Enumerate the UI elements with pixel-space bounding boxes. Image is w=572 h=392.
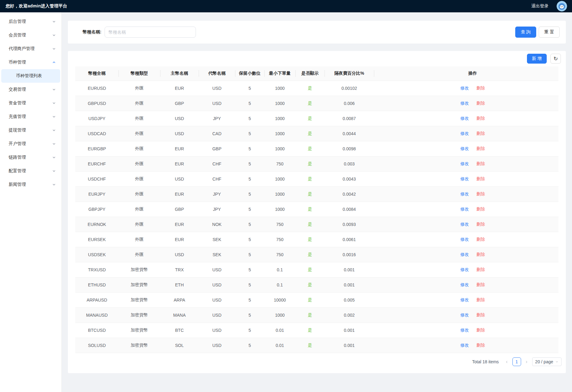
reset-button[interactable]: 重 置 — [539, 27, 560, 38]
delete-link[interactable]: 删除 — [476, 327, 485, 332]
delete-link[interactable]: 删除 — [476, 282, 485, 287]
table-cell: 加密貨幣 — [118, 338, 160, 353]
chevron-down-icon — [52, 156, 56, 159]
page-size-select[interactable]: 20 / page — [532, 357, 562, 366]
sidebar-item[interactable]: 链路管理 — [0, 151, 61, 164]
sidebar-item[interactable]: 代理商戶管理 — [0, 42, 61, 56]
delete-link[interactable]: 删除 — [476, 85, 485, 90]
delete-link[interactable]: 删除 — [476, 176, 485, 181]
table-cell-actions: 修改删除 — [445, 262, 500, 277]
delete-link[interactable]: 删除 — [476, 222, 485, 227]
sidebar-item[interactable]: 提现管理 — [0, 123, 61, 137]
chevron-down-icon — [52, 183, 56, 186]
sidebar-item[interactable]: 资金管理 — [0, 96, 61, 110]
table-cell: 是 — [295, 232, 325, 247]
sidebar-item-label: 会员管理 — [9, 32, 26, 38]
column-header: 是否顯示 — [295, 66, 325, 81]
delete-link[interactable]: 删除 — [476, 191, 485, 196]
edit-link[interactable]: 修改 — [460, 237, 469, 242]
edit-link[interactable]: 修改 — [460, 131, 469, 136]
edit-link[interactable]: 修改 — [460, 101, 469, 106]
table-row: GBPJPY外匯GBPJPY51000是0.0084修改删除 — [75, 202, 558, 217]
delete-link[interactable]: 删除 — [476, 267, 485, 272]
edit-link[interactable]: 修改 — [460, 312, 469, 317]
logout-button[interactable]: 退出登录 — [531, 3, 549, 9]
table-header-row: 幣種全稱幣種類型主幣名稱代幣名稱保留小數位最小下單量是否顯示隔夜費百分比%操作 — [75, 66, 558, 81]
avatar[interactable] — [557, 1, 567, 11]
delete-link[interactable]: 删除 — [476, 206, 485, 211]
table-cell: 5 — [235, 186, 264, 202]
sidebar-item[interactable]: 交易管理 — [0, 83, 61, 96]
edit-link[interactable]: 修改 — [460, 85, 469, 90]
sidebar-subitem[interactable]: 币种管理列表 — [1, 69, 60, 83]
table-cell-filler — [500, 323, 558, 338]
edit-link[interactable]: 修改 — [460, 191, 469, 196]
table-cell: CAD — [199, 126, 235, 141]
sidebar-item[interactable]: 配置管理 — [0, 164, 61, 178]
page-number-button[interactable]: 1 — [512, 357, 521, 366]
delete-link[interactable]: 删除 — [476, 297, 485, 302]
delete-link[interactable]: 删除 — [476, 116, 485, 121]
table-cell: USD — [199, 338, 235, 353]
table-cell: ETH — [160, 277, 199, 292]
topbar-right: 退出登录 — [531, 1, 567, 11]
table-cell-filler — [500, 156, 558, 171]
sidebar-item[interactable]: 币种管理 — [0, 56, 61, 69]
query-button[interactable]: 查 詢 — [515, 27, 536, 38]
edit-link[interactable]: 修改 — [460, 176, 469, 181]
column-header-actions: 操作 — [445, 66, 500, 81]
table-cell: 1000 — [264, 126, 295, 141]
delete-link[interactable]: 删除 — [476, 101, 485, 106]
table-cell: 是 — [295, 202, 325, 217]
column-header: 主幣名稱 — [160, 66, 199, 81]
delete-link[interactable]: 删除 — [476, 131, 485, 136]
sidebar-item[interactable]: 充值管理 — [0, 110, 61, 123]
table-cell-actions: 修改删除 — [445, 156, 500, 171]
page-size-value: 20 / page — [535, 359, 553, 364]
table-cell: 5 — [235, 292, 264, 307]
delete-link[interactable]: 删除 — [476, 312, 485, 317]
delete-link[interactable]: 删除 — [476, 252, 485, 257]
edit-link[interactable]: 修改 — [460, 327, 469, 332]
prev-page-button[interactable]: ‹ — [504, 359, 510, 365]
table-cell: 是 — [295, 186, 325, 202]
table-cell: 0.001 — [325, 277, 374, 292]
edit-link[interactable]: 修改 — [460, 116, 469, 121]
search-input[interactable] — [105, 27, 196, 38]
table-row: EURCHF外匯EURCHF5750是0.003修改删除 — [75, 156, 558, 171]
table-cell-filler — [500, 262, 558, 277]
next-page-button[interactable]: › — [524, 359, 530, 365]
sidebar-item[interactable]: 新闻管理 — [0, 178, 61, 191]
edit-link[interactable]: 修改 — [460, 267, 469, 272]
delete-link[interactable]: 删除 — [476, 343, 485, 348]
sidebar-item[interactable]: 后台管理 — [0, 15, 61, 28]
sidebar-item[interactable]: 开户管理 — [0, 137, 61, 151]
table-cell: 外匯 — [118, 232, 160, 247]
table-cell: 0.0043 — [325, 171, 374, 186]
table-cell-actions: 修改删除 — [445, 277, 500, 292]
sidebar-item[interactable]: 会员管理 — [0, 28, 61, 42]
refresh-button[interactable]: ↻ — [550, 54, 561, 64]
table-cell: USD — [199, 96, 235, 111]
table-row: ETHUSD加密貨幣ETHUSD50.1是0.001修改删除 — [75, 277, 558, 292]
table-cell: 加密貨幣 — [118, 292, 160, 307]
delete-link[interactable]: 删除 — [476, 237, 485, 242]
table-cell: 1000 — [264, 202, 295, 217]
edit-link[interactable]: 修改 — [460, 252, 469, 257]
add-button[interactable]: 新 增 — [527, 54, 547, 64]
edit-link[interactable]: 修改 — [460, 222, 469, 227]
delete-link[interactable]: 删除 — [476, 146, 485, 151]
table-cell-filler — [500, 217, 558, 232]
edit-link[interactable]: 修改 — [460, 146, 469, 151]
table-cell-filler — [500, 202, 558, 217]
edit-link[interactable]: 修改 — [460, 161, 469, 166]
edit-link[interactable]: 修改 — [460, 282, 469, 287]
delete-link[interactable]: 删除 — [476, 161, 485, 166]
edit-link[interactable]: 修改 — [460, 343, 469, 348]
column-header: 代幣名稱 — [199, 66, 235, 81]
table-cell: USD — [199, 262, 235, 277]
edit-link[interactable]: 修改 — [460, 297, 469, 302]
table-row: USDJPY外匯USDJPY51000是0.0087修改删除 — [75, 111, 558, 126]
edit-link[interactable]: 修改 — [460, 206, 469, 211]
table-cell-filler — [500, 96, 558, 111]
